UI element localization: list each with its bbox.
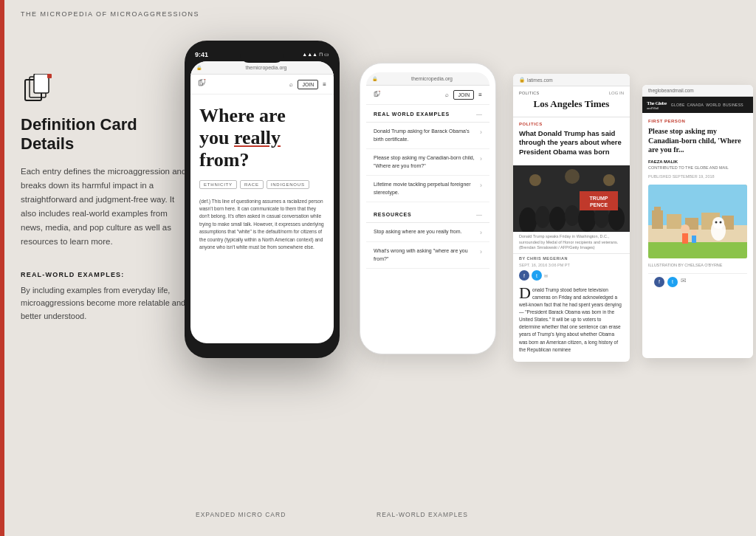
lat-article-title: What Donald Trump has said through the y…: [519, 129, 624, 157]
email-share[interactable]: ✉: [544, 273, 548, 278]
resource-text-2: What's wrong with asking "where are you …: [374, 247, 480, 263]
search-icon[interactable]: ⌕: [289, 81, 293, 88]
rwe-expand-icon[interactable]: —: [476, 111, 482, 117]
svg-rect-11: [379, 91, 380, 92]
browser-lock-icon: 🔒: [196, 65, 202, 70]
resource-item-2: What's wrong with asking "where are you …: [366, 242, 489, 269]
gm-nav-globe[interactable]: GLOBE: [671, 103, 685, 107]
svg-point-20: [529, 174, 541, 186]
real-world-description: By including examples from everyday life…: [21, 284, 190, 323]
status-time: 9:41: [195, 51, 208, 58]
nav-icons[interactable]: ⌕ JOIN ≡: [289, 80, 326, 89]
gm-article-image: [648, 185, 747, 258]
browser-url-2: themicropedia.org: [380, 76, 484, 81]
phone-nav-2: ⌕ JOIN ≡: [366, 86, 489, 105]
phone-main: 9:41 ▲▲▲ ⊓ ▭ 🔒 themicropedia.org: [185, 41, 340, 358]
svg-point-15: [549, 207, 566, 230]
phone-screen: 🔒 themicropedia.org ⌕ JOIN ≡ Where: [190, 61, 334, 343]
resource-arrow-2[interactable]: ›: [480, 248, 482, 255]
lat-url: latimes.com: [527, 78, 553, 83]
nav-logo: [198, 79, 208, 89]
menu-icon[interactable]: ≡: [323, 81, 326, 88]
example-item-2: Please stop asking my Canadian-born chil…: [366, 149, 489, 176]
lat-lock-icon: 🔒: [519, 77, 525, 83]
svg-point-35: [681, 224, 690, 233]
svg-rect-3: [47, 74, 52, 78]
gm-browser-bar: theglobeandmail.com: [642, 85, 753, 97]
title-part2: from?: [199, 149, 249, 171]
gm-first-person-label: FIRST PERSON: [648, 119, 747, 123]
lat-byline: BY CHRIS MEGERIAN: [513, 254, 630, 263]
lat-date: SEPT. 16, 2016 3:06 PM PT: [513, 263, 630, 270]
example-text-3: Lifetime movie tackling perpetual foreig…: [374, 181, 480, 196]
lat-login[interactable]: LOG IN: [609, 91, 624, 95]
red-accent-bar: [0, 0, 4, 536]
phone-screen-2: 🔒 themicropedia.org ⌕ JOIN ≡ RE: [366, 72, 489, 327]
example-text-1: Donald Trump asking for Barack Obama's b…: [374, 128, 480, 143]
menu-icon-2[interactable]: ≡: [478, 92, 482, 98]
example-item-3: Lifetime movie tackling perpetual foreig…: [366, 176, 489, 202]
article-globe-mail: theglobeandmail.com The Globe and Mail G…: [642, 85, 753, 358]
left-panel: Definition Card Details Each entry defin…: [21, 74, 190, 323]
gm-nav-world[interactable]: WORLD: [706, 103, 721, 107]
gm-nav-business[interactable]: BUSINESS: [723, 103, 743, 107]
phone-nav: ⌕ JOIN ≡: [190, 75, 334, 95]
micro-title: Where areyou really from?: [199, 105, 325, 171]
lat-image-svg: TRUMP PENCE: [513, 165, 630, 232]
example-arrow-1[interactable]: ›: [480, 128, 482, 136]
resources-expand-icon[interactable]: —: [476, 211, 482, 218]
nav-logo-2: [374, 91, 382, 100]
gm-share-icons: f t ✉: [648, 273, 747, 290]
phone-content: Where areyou really from? ETHNICITY RACE…: [190, 95, 334, 261]
twitter-share[interactable]: t: [532, 270, 542, 281]
tags-row: ETHNICITY RACE INDIGENOUS: [199, 180, 325, 189]
lock-icon-2: 🔒: [372, 76, 377, 81]
svg-rect-28: [652, 210, 663, 229]
lat-article-body: POLITICS What Donald Trump has said thro…: [513, 117, 630, 165]
svg-point-21: [565, 169, 580, 184]
gm-nav-canada[interactable]: CANADA: [687, 103, 704, 107]
gm-top-nav: The Globe and Mail GLOBE CANADA WORLD BU…: [642, 97, 753, 113]
join-button[interactable]: JOIN: [298, 80, 318, 89]
lat-top-bar: POLITICS LOG IN: [519, 91, 624, 95]
svg-rect-6: [202, 79, 205, 83]
gm-twitter-share[interactable]: t: [667, 277, 678, 287]
micropedia-logo: [21, 74, 53, 106]
phone-definition: (def.) This line of questioning assumes …: [199, 198, 325, 252]
lat-nav: POLITICS: [519, 91, 539, 95]
gm-caption: ILLUSTRATION BY CHELSEA O'BYRNE: [648, 263, 747, 269]
resource-arrow-1[interactable]: ›: [480, 229, 482, 236]
svg-rect-36: [682, 233, 688, 244]
gm-logo: The Globe and Mail: [647, 100, 667, 110]
svg-rect-23: [580, 191, 618, 210]
svg-rect-34: [648, 242, 747, 258]
panel-title: Definition Card Details: [21, 115, 190, 154]
gm-article-content: FIRST PERSON Please stop asking my Canad…: [642, 113, 753, 296]
svg-point-17: [578, 207, 596, 232]
browser-bar: 🔒 themicropedia.org: [190, 61, 334, 75]
gm-facebook-share[interactable]: f: [654, 277, 664, 287]
lat-body-content: onald Trump stood before television came…: [519, 287, 622, 352]
svg-point-22: [603, 174, 615, 186]
title-underline: really: [234, 127, 281, 148]
gm-nav-items: GLOBE CANADA WORLD BUSINESS: [671, 103, 743, 107]
svg-rect-30: [667, 214, 681, 229]
facebook-share[interactable]: f: [519, 270, 529, 281]
browser-url: themicropedia.org: [205, 65, 328, 70]
nav-icons-2[interactable]: ⌕ JOIN ≡: [445, 90, 482, 100]
svg-point-14: [535, 206, 550, 228]
example-arrow-2[interactable]: ›: [480, 155, 482, 162]
example-arrow-3[interactable]: ›: [480, 182, 482, 189]
search-icon-2[interactable]: ⌕: [445, 92, 449, 98]
wifi-icon: ⊓: [319, 52, 323, 58]
svg-point-16: [565, 205, 580, 226]
gm-email-share[interactable]: ✉: [681, 277, 687, 287]
lat-caption: Donald Trump speaks Friday in Washington…: [513, 232, 630, 254]
join-button-2[interactable]: JOIN: [453, 90, 474, 100]
lat-social: f t ✉: [513, 270, 630, 284]
svg-rect-2: [34, 74, 49, 93]
bottom-label-expanded: EXPANDED MICRO CARD: [196, 511, 286, 518]
example-text-2: Please stop asking my Canadian-born chil…: [374, 154, 480, 170]
gm-author: FAEZA MALIK: [648, 159, 747, 164]
resources-title: RESOURCES: [374, 212, 412, 217]
